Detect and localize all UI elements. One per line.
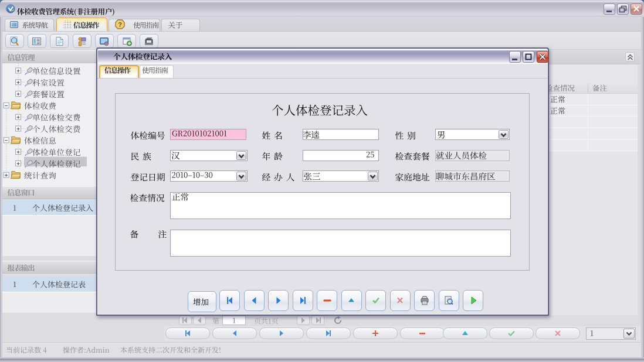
svg-text:?: ? — [118, 21, 122, 28]
